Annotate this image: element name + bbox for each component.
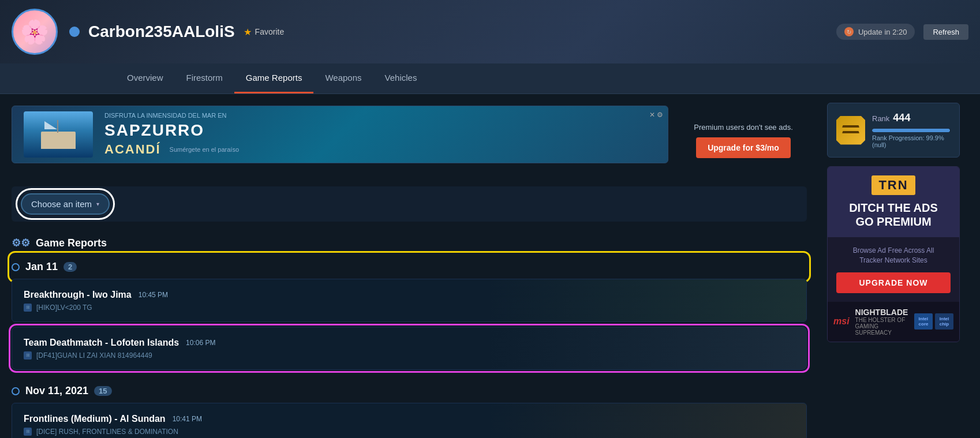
favorite-button[interactable]: ★ Favorite xyxy=(244,27,285,38)
header: 🌸 Carbon235AALoliS ★ Favorite ↻ Update i… xyxy=(0,0,980,63)
date-group-nov11: Nov 11, 2021 15 Frontlines (Medium) - Al… xyxy=(12,379,807,438)
premium-text: Premium users don't see ads. xyxy=(694,123,793,132)
nav-item-game-reports[interactable]: Game Reports xyxy=(234,63,314,93)
server-name-lofoten: [DF41]GUAN LI ZAI XIAN 814964449 xyxy=(36,351,152,360)
trn-desc: Browse Ad Free Across All Tracker Networ… xyxy=(836,246,951,265)
platform-icon xyxy=(69,27,80,37)
trn-headline-line2: GO PREMIUM xyxy=(836,215,951,229)
game-title-iwo: Breakthrough - Iwo Jima xyxy=(24,290,132,300)
ad-inner: DISFRUTA LA INMENSIDAD DEL MAR EN SAPZUR… xyxy=(12,106,668,163)
rank-label: Rank xyxy=(872,114,889,123)
rank-icon xyxy=(836,116,865,145)
trn-headline: DITCH THE ADS GO PREMIUM xyxy=(836,201,951,229)
favorite-label: Favorite xyxy=(255,27,285,36)
ad-text-section: DISFRUTA LA INMENSIDAD DEL MAR EN SAPZUR… xyxy=(104,112,656,157)
game-time-iwo: 10:45 PM xyxy=(139,291,168,299)
msi-product: NIGHTBLADE THE HOLSTER OF GAMING SUPREMA… xyxy=(855,308,908,336)
ad-premium-side: Premium users don't see ads. Upgrade for… xyxy=(680,123,807,158)
msi-product-name: NIGHTBLADE xyxy=(855,308,908,317)
server-icon-lofoten: ⊞ xyxy=(24,351,32,360)
ad-subtitle: DISFRUTA LA INMENSIDAD DEL MAR EN xyxy=(104,112,656,119)
trn-ad: TRN DITCH THE ADS GO PREMIUM Browse Ad F… xyxy=(827,166,960,342)
rank-info: Rank 444 Rank Progression: 99.9% (null) xyxy=(872,112,951,148)
game-title-lofoten: Team Deathmatch - Lofoten Islands xyxy=(24,338,179,348)
date-count-nov11: 15 xyxy=(94,386,111,396)
ad-banner: DISFRUTA LA INMENSIDAD DEL MAR EN SAPZUR… xyxy=(12,106,668,163)
update-label: Update in 2:20 xyxy=(858,28,907,36)
refresh-button[interactable]: Refresh xyxy=(923,24,968,40)
ad-brand-desc: Sumérgete en el paraíso xyxy=(170,146,239,153)
server-icon-iwo: ⊞ xyxy=(24,304,32,312)
trn-logo: TRN xyxy=(871,175,915,195)
game-entry-lofoten[interactable]: Team Deathmatch - Lofoten Islands 10:06 … xyxy=(12,327,807,370)
game-time-al-sundan: 10:41 PM xyxy=(173,415,202,423)
section-header: ⚙⚙ Game Reports xyxy=(12,231,807,255)
ad-banner-wrapper: DISFRUTA LA INMENSIDAD DEL MAR EN SAPZUR… xyxy=(12,106,807,175)
date-count-jan11: 2 xyxy=(63,262,77,272)
intel-chipset-icon: Intelchip xyxy=(935,313,953,330)
intel-core-icon: Intelcore xyxy=(914,313,933,330)
navigation-bar: Overview Firestorm Game Reports Weapons … xyxy=(0,63,980,94)
ad-main: DISFRUTA LA INMENSIDAD DEL MAR EN SAPZUR… xyxy=(12,106,668,175)
username-text: Carbon235AALoliS xyxy=(88,23,235,41)
trn-desc-line1: Browse Ad Free Across All xyxy=(836,246,951,256)
msi-section: msi NIGHTBLADE THE HOLSTER OF GAMING SUP… xyxy=(828,302,959,342)
avatar: 🌸 xyxy=(12,9,58,55)
game-server-row-lofoten: ⊞ [DF41]GUAN LI ZAI XIAN 814964449 xyxy=(24,351,215,360)
rank-card: Rank 444 Rank Progression: 99.9% (null) xyxy=(827,103,960,158)
game-title-row-iwo: Breakthrough - Iwo Jima 10:45 PM xyxy=(24,290,168,300)
date-circle-icon-nov11 xyxy=(12,387,20,395)
nav-item-weapons[interactable]: Weapons xyxy=(313,63,373,93)
game-entry-content-al-sundan: Frontlines (Medium) - Al Sundan 10:41 PM… xyxy=(12,406,214,439)
ad-title: SAPZURRO xyxy=(104,121,656,140)
section-icon: ⚙⚙ xyxy=(12,237,30,249)
filter-row: Choose an item ▾ xyxy=(12,186,807,222)
msi-tagline: THE HOLSTER OF GAMING SUPREMACY xyxy=(855,317,908,336)
msi-logo: msi xyxy=(833,316,850,327)
game-title-al-sundan: Frontlines (Medium) - Al Sundan xyxy=(24,414,166,424)
rank-value: 444 xyxy=(893,112,910,124)
date-header-jan11: Jan 11 2 xyxy=(12,255,807,279)
username-section: Carbon235AALoliS ★ Favorite xyxy=(69,23,284,41)
server-name-al-sundan: [DICE] RUSH, FRONTLINES & DOMINATION xyxy=(36,428,178,436)
right-sidebar: Rank 444 Rank Progression: 99.9% (null) … xyxy=(818,94,968,438)
upgrade-button[interactable]: Upgrade for $3/mo xyxy=(696,137,791,158)
date-label-jan11: Jan 11 xyxy=(25,261,58,273)
rank-progression-text: Rank Progression: 99.9% (null) xyxy=(872,134,951,148)
rank-bar-container xyxy=(872,129,951,132)
date-label-nov11: Nov 11, 2021 xyxy=(25,385,88,397)
choose-item-dropdown[interactable]: Choose an item ▾ xyxy=(21,193,110,215)
game-time-lofoten: 10:06 PM xyxy=(186,339,215,347)
game-entry-content-lofoten: Team Deathmatch - Lofoten Islands 10:06 … xyxy=(12,330,227,368)
game-entry-iwo-jima[interactable]: Breakthrough - Iwo Jima 10:45 PM ⊞ [HIKO… xyxy=(12,279,807,322)
star-icon: ★ xyxy=(244,27,252,38)
nav-item-overview[interactable]: Overview xyxy=(115,63,175,93)
game-entry-content-iwo: Breakthrough - Iwo Jima 10:45 PM ⊞ [HIKO… xyxy=(12,282,179,320)
nav-item-firestorm[interactable]: Firestorm xyxy=(175,63,234,93)
trn-upgrade-button[interactable]: UPGRADE NOW xyxy=(836,272,951,293)
update-timer: ↻ Update in 2:20 xyxy=(836,24,915,40)
nav-item-vehicles[interactable]: Vehicles xyxy=(373,63,429,93)
game-server-row-al-sundan: ⊞ [DICE] RUSH, FRONTLINES & DOMINATION xyxy=(24,428,202,436)
ad-image xyxy=(24,111,93,158)
game-title-row-lofoten: Team Deathmatch - Lofoten Islands 10:06 … xyxy=(24,338,215,348)
server-icon-al-sundan: ⊞ xyxy=(24,428,32,436)
main-container: DISFRUTA LA INMENSIDAD DEL MAR EN SAPZUR… xyxy=(0,94,980,438)
section-title: Game Reports xyxy=(36,237,107,249)
choose-item-label: Choose an item xyxy=(31,199,92,209)
rank-bar-fill xyxy=(872,129,950,132)
game-title-row-al-sundan: Frontlines (Medium) - Al Sundan 10:41 PM xyxy=(24,414,202,424)
header-content: 🌸 Carbon235AALoliS ★ Favorite ↻ Update i… xyxy=(0,9,980,55)
server-name-iwo: [HIKO]LV<200 TG xyxy=(36,304,92,312)
date-header-nov11: Nov 11, 2021 15 xyxy=(12,379,807,403)
trn-body: Browse Ad Free Across All Tracker Networ… xyxy=(828,237,959,302)
ad-brand: ACANDÍ xyxy=(104,142,161,157)
content-area: DISFRUTA LA INMENSIDAD DEL MAR EN SAPZUR… xyxy=(0,94,818,438)
header-right: ↻ Update in 2:20 Refresh xyxy=(836,24,968,40)
game-entry-al-sundan[interactable]: Frontlines (Medium) - Al Sundan 10:41 PM… xyxy=(12,403,807,438)
dropdown-arrow-icon: ▾ xyxy=(96,201,99,207)
trn-headline-line1: DITCH THE ADS xyxy=(836,201,951,215)
close-icon[interactable]: ✕ ⚙ xyxy=(649,111,663,119)
date-circle-icon xyxy=(12,263,20,271)
game-server-row-iwo: ⊞ [HIKO]LV<200 TG xyxy=(24,304,168,312)
